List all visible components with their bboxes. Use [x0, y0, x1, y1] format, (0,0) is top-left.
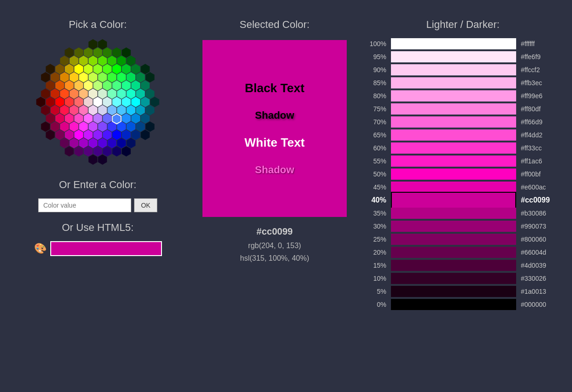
shade-row: 70%#ff66d9	[363, 115, 563, 128]
left-panel: Pick a Color: Or Enter a Color: OK	[9, 14, 186, 256]
color-value-input[interactable]	[38, 198, 131, 212]
shade-swatch[interactable]	[391, 64, 516, 75]
shade-hex-label: #ffffff	[521, 40, 563, 47]
color-rgb-value: rgb(204, 0, 153)	[240, 239, 310, 252]
shade-row: 25%#800060	[363, 233, 563, 246]
shade-hex-label: #e600ac	[521, 183, 563, 191]
shade-row: 50%#ff00bf	[363, 168, 563, 181]
shade-hex-label: #1a0013	[521, 288, 563, 295]
shade-swatch[interactable]	[391, 129, 516, 141]
lighter-darker-title: Lighter / Darker:	[363, 19, 563, 31]
shadow-label-1: Shadow	[255, 109, 294, 122]
shade-percent: 20%	[363, 249, 386, 256]
shade-swatch[interactable]	[391, 155, 516, 167]
shade-hex-label: #ff99e6	[521, 92, 563, 100]
ok-button[interactable]: OK	[134, 198, 157, 212]
shade-percent: 5%	[363, 288, 386, 295]
shade-percent: 30%	[363, 223, 386, 230]
shade-row: 80%#ff99e6	[363, 89, 563, 102]
shade-percent: 50%	[363, 170, 386, 178]
shade-swatch[interactable]	[391, 299, 516, 310]
color-hex-value: #cc0099	[240, 223, 310, 239]
shade-row: 15%#4d0039	[363, 259, 563, 272]
shade-hex-label: #ff1ac6	[521, 157, 563, 165]
shade-hex-label: #b30086	[521, 210, 563, 217]
shade-percent: 0%	[363, 301, 386, 308]
selected-color-preview: Black Text Shadow White Text Shadow	[202, 40, 347, 217]
shade-row: 30%#990073	[363, 220, 563, 233]
color-values: #cc0099 rgb(204, 0, 153) hsl(315, 100%, …	[240, 223, 310, 264]
shade-swatch[interactable]	[391, 208, 516, 219]
shade-row: 10%#330026	[363, 272, 563, 285]
shade-row: 90%#ffccf2	[363, 63, 563, 76]
enter-color-row: OK	[38, 198, 157, 212]
html5-section: Or Use HTML5: 🎨	[9, 222, 186, 256]
shade-hex-label: #ff33cc	[521, 144, 563, 152]
right-panel: Lighter / Darker: 100%#ffffff95%#ffe6f99…	[363, 14, 563, 311]
shade-percent: 85%	[363, 79, 386, 87]
shade-swatch[interactable]	[391, 142, 516, 154]
shade-hex-label: #ff4dd2	[521, 131, 563, 139]
shade-swatch[interactable]	[391, 260, 516, 271]
black-text-label: Black Text	[245, 81, 304, 95]
html5-title: Or Use HTML5:	[62, 222, 134, 234]
shadow-label-2: Shadow	[255, 164, 294, 176]
shade-percent: 95%	[363, 53, 386, 61]
shade-hex-label: #ff00bf	[521, 170, 563, 178]
shade-percent: 35%	[363, 210, 386, 217]
shade-percent: 25%	[363, 236, 386, 243]
shade-percent: 55%	[363, 157, 386, 165]
html5-row: 🎨	[34, 241, 162, 256]
shade-hex-label: #800060	[521, 236, 563, 243]
shade-row: 85%#ffb3ec	[363, 76, 563, 89]
shade-swatch[interactable]	[391, 273, 516, 284]
shade-hex-label: #990073	[521, 223, 563, 230]
shade-row: 100%#ffffff	[363, 37, 563, 50]
main-layout: Pick a Color: Or Enter a Color: OK	[9, 9, 563, 311]
shade-swatch[interactable]	[391, 116, 516, 128]
enter-color-title: Or Enter a Color:	[59, 179, 136, 191]
shade-swatch[interactable]	[391, 77, 516, 88]
shade-swatch[interactable]	[391, 192, 516, 209]
shade-hex-label: #cc0099	[521, 196, 563, 204]
shade-percent: 10%	[363, 275, 386, 282]
color-wheel-icon: 🎨	[34, 243, 47, 255]
shade-percent: 100%	[363, 40, 386, 47]
shade-list: 100%#ffffff95%#ffe6f990%#ffccf285%#ffb3e…	[363, 37, 563, 311]
shade-hex-label: #330026	[521, 275, 563, 282]
shade-row: 40%#cc0099	[363, 194, 563, 207]
shade-swatch[interactable]	[391, 51, 516, 62]
shade-row: 20%#66004d	[363, 246, 563, 259]
white-text-label: White Text	[244, 135, 305, 150]
shade-row: 65%#ff4dd2	[363, 128, 563, 142]
color-wheel[interactable]	[30, 34, 165, 169]
shade-swatch[interactable]	[391, 38, 516, 49]
enter-color-section: Or Enter a Color: OK	[9, 179, 186, 212]
shade-row: 55%#ff1ac6	[363, 155, 563, 168]
shade-row: 60%#ff33cc	[363, 142, 563, 155]
shade-swatch[interactable]	[391, 90, 516, 101]
shade-percent: 45%	[363, 183, 386, 191]
shade-swatch[interactable]	[391, 247, 516, 258]
shade-percent: 70%	[363, 118, 386, 126]
shade-swatch[interactable]	[391, 103, 516, 115]
color-hsl-value: hsl(315, 100%, 40%)	[240, 252, 310, 264]
shade-swatch[interactable]	[391, 221, 516, 232]
shade-hex-label: #4d0039	[521, 262, 563, 269]
shade-hex-label: #ffb3ec	[521, 79, 563, 87]
html5-color-input[interactable]	[50, 241, 162, 256]
shade-hex-label: #000000	[521, 301, 563, 308]
color-wheel-section: Pick a Color:	[30, 19, 165, 169]
selected-color-title: Selected Color:	[240, 19, 310, 31]
shade-swatch[interactable]	[391, 234, 516, 245]
shade-percent: 15%	[363, 262, 386, 269]
shade-swatch[interactable]	[391, 182, 516, 193]
shade-swatch[interactable]	[391, 286, 516, 297]
shade-hex-label: #ffe6f9	[521, 53, 563, 61]
shade-hex-label: #ffccf2	[521, 66, 563, 74]
shade-hex-label: #ff66d9	[521, 118, 563, 126]
shade-row: 0%#000000	[363, 298, 563, 311]
shade-percent: 90%	[363, 66, 386, 74]
shade-swatch[interactable]	[391, 169, 516, 180]
shade-percent: 40%	[363, 196, 386, 204]
